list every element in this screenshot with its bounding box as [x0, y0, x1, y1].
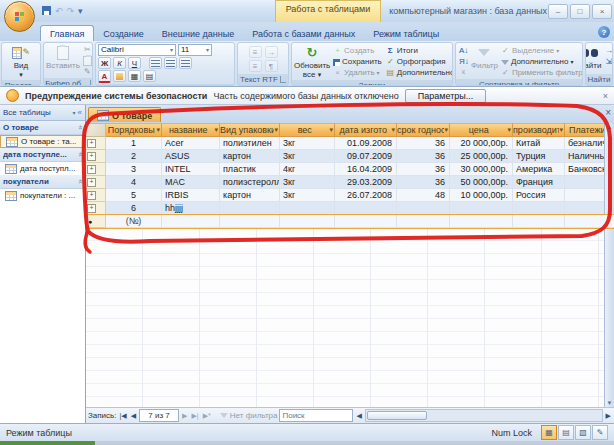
spelling-button[interactable]: ✓Орфография — [385, 57, 453, 67]
office-button[interactable] — [4, 1, 35, 32]
row-expander[interactable]: + — [86, 202, 106, 215]
cell[interactable]: картон — [220, 189, 280, 202]
column-dropdown-icon[interactable]: ▾ — [329, 126, 334, 134]
refresh-all-button[interactable]: ↻ Обновить все ▾ — [294, 44, 330, 79]
cell[interactable]: 4кг — [280, 163, 335, 176]
cell[interactable]: 3кг — [280, 176, 335, 189]
maximize-button[interactable]: □ — [570, 4, 590, 19]
nav-group-data-postuplenia[interactable]: дата поступле...« — [0, 148, 85, 162]
save-record-button[interactable]: Сохранить — [332, 57, 383, 67]
row-expander[interactable]: + — [86, 176, 106, 189]
fill-color-button[interactable] — [113, 70, 126, 82]
save-quick-button[interactable] — [42, 6, 51, 17]
alt-fill-button[interactable]: ▤ — [143, 70, 156, 82]
group-label-records[interactable]: Записи — [292, 80, 452, 86]
selection-button[interactable]: ✓Выделение▾ — [500, 46, 583, 56]
previous-record-button[interactable]: ◀ — [130, 412, 137, 420]
advanced-filter-button[interactable]: Дополнительно▾ — [500, 57, 583, 67]
nav-item-data-postuplenia[interactable]: дата поступл... — [0, 162, 85, 175]
cut-button[interactable]: ✂ — [82, 45, 93, 55]
row-expander[interactable]: + — [86, 137, 106, 150]
group-label-rtf[interactable]: Текст RTF — [238, 74, 288, 85]
current-record-selector[interactable]: ● — [86, 215, 106, 228]
column-header[interactable]: производит▾ — [513, 123, 565, 137]
table-row[interactable]: + 2 ASUS картон 3кг 09.07.2009 36 25 000… — [86, 150, 614, 163]
bold-button[interactable]: Ж — [98, 57, 111, 69]
close-button[interactable]: × — [592, 4, 612, 19]
tab-rezhim-tablicy[interactable]: Режим таблицы — [364, 26, 448, 41]
nav-dropdown-icon[interactable]: ▾ — [73, 109, 76, 116]
table-row[interactable]: + 4 MAC полиэстеролл 3кг 29.03.2009 36 5… — [86, 176, 614, 189]
cell[interactable] — [513, 202, 565, 215]
find-button[interactable]: Найти — [585, 44, 601, 70]
minimize-button[interactable]: – — [548, 4, 568, 19]
bullets-button[interactable]: ≡ — [249, 60, 262, 72]
delete-record-button[interactable]: ×Удалить▾ — [332, 68, 383, 78]
toggle-filter-button[interactable]: ✓Применить фильтр — [500, 68, 583, 78]
search-input[interactable] — [279, 409, 353, 422]
group-label-sort-filter[interactable]: Сортировка и фильтр — [456, 79, 582, 86]
table-row[interactable]: + 6 hhjjjj — [86, 202, 614, 215]
cell[interactable]: 26.07.2008 — [335, 189, 397, 202]
group-label-find[interactable]: Найти — [586, 74, 612, 85]
design-view-button[interactable]: ✎ — [592, 425, 608, 440]
column-header[interactable]: Порядковы▾ — [106, 123, 162, 137]
nav-collapse-icon[interactable]: « — [78, 108, 82, 117]
cell[interactable]: IRBIS — [162, 189, 220, 202]
column-dropdown-icon[interactable]: ▾ — [156, 126, 161, 134]
tab-rabota-s-bazami[interactable]: Работа с базами данных — [243, 26, 364, 41]
align-right-button[interactable] — [179, 57, 192, 69]
cell[interactable]: полиэстеролл — [220, 176, 280, 189]
font-size-select[interactable]: 11▾ — [178, 44, 212, 56]
dialog-launcher-icon[interactable] — [280, 76, 286, 83]
cell[interactable]: Турция — [513, 150, 565, 163]
cell[interactable]: Франция — [513, 176, 565, 189]
sort-descending-button[interactable]: Я↓ — [458, 57, 469, 67]
document-close-icon[interactable]: × — [605, 107, 611, 118]
column-header[interactable]: название▾ — [162, 123, 220, 137]
cell[interactable]: 36 — [397, 137, 450, 150]
column-dropdown-icon[interactable]: ▾ — [444, 126, 449, 134]
cell[interactable]: 4 — [106, 176, 162, 189]
column-dropdown-icon[interactable]: ▾ — [274, 126, 279, 134]
gridlines-button[interactable]: ▦ — [128, 70, 141, 82]
new-record-label[interactable]: (№) — [106, 215, 162, 228]
column-dropdown-icon[interactable]: ▾ — [214, 126, 219, 134]
nav-group-o-tovare[interactable]: О товаре« — [0, 121, 85, 135]
column-header[interactable]: дата изгото▾ — [335, 123, 397, 137]
new-record-button[interactable]: +Создать — [332, 46, 383, 56]
table-row[interactable]: + 1 Acer полиэтилен 3кг 01.09.2008 36 20… — [86, 137, 614, 150]
nav-pane-header[interactable]: Все таблицы ▾ « — [0, 105, 85, 121]
new-record-button-nav[interactable]: ▶* — [202, 412, 212, 420]
first-record-button[interactable]: |◀ — [118, 412, 127, 420]
column-header[interactable]: срок годнос▾ — [397, 123, 450, 137]
cell[interactable] — [335, 202, 397, 215]
cell[interactable]: 6 — [106, 202, 162, 215]
cell[interactable]: 3кг — [280, 150, 335, 163]
cell[interactable]: Acer — [162, 137, 220, 150]
cell[interactable]: 50 000,00р. — [450, 176, 513, 189]
format-painter-button[interactable]: ✎ — [82, 67, 93, 77]
help-icon[interactable]: ? — [598, 26, 610, 38]
cell[interactable]: 1 — [106, 137, 162, 150]
document-tab-o-tovare[interactable]: О товаре — [88, 107, 161, 122]
tab-glavnaya[interactable]: Главная — [40, 25, 94, 41]
next-record-button[interactable]: ▶ — [181, 412, 188, 420]
cell[interactable]: полиэтилен — [220, 137, 280, 150]
more-records-button[interactable]: ▤Дополнительно▾ — [385, 68, 453, 78]
select-button[interactable]: ⇲▾ — [603, 57, 613, 67]
sort-ascending-button[interactable]: А↓ — [458, 46, 469, 56]
scroll-down-icon[interactable]: ▼ — [607, 399, 613, 407]
cell[interactable]: 3 — [106, 163, 162, 176]
table-row[interactable]: + 5 IRBIS картон 3кг 26.07.2008 48 10 00… — [86, 189, 614, 202]
cell[interactable]: 25 000,00р. — [450, 150, 513, 163]
column-header[interactable]: цена▾ — [450, 123, 513, 137]
nav-item-pokupateli[interactable]: покупатели : ... — [0, 189, 85, 202]
scrollbar-thumb[interactable] — [367, 411, 427, 420]
align-left-button[interactable] — [149, 57, 162, 69]
increase-indent-button[interactable]: → — [265, 46, 278, 58]
paste-button[interactable]: Вставить — [46, 44, 80, 70]
paragraph-button[interactable]: ¶ — [265, 60, 278, 72]
view-button[interactable]: ✎ Вид▾ — [4, 44, 38, 79]
new-record-row[interactable]: ● (№) — [86, 215, 614, 228]
